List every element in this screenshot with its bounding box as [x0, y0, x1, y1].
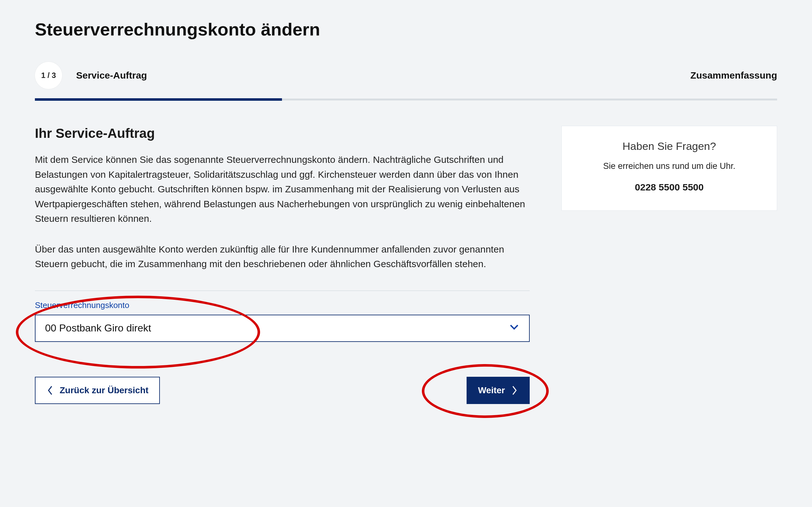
help-box: Haben Sie Fragen? Sie erreichen uns rund…: [561, 126, 777, 211]
chevron-left-icon: [46, 385, 54, 396]
help-title: Haben Sie Fragen?: [574, 140, 764, 153]
wizard-final-label: Zusammenfassung: [691, 70, 777, 81]
page-title: Steuerverrechnungskonto ändern: [35, 19, 777, 40]
description-paragraph: Über das unten ausgewählte Konto werden …: [35, 242, 530, 272]
back-button-label: Zurück zur Übersicht: [60, 385, 148, 395]
back-button[interactable]: Zurück zur Übersicht: [35, 377, 160, 404]
form-card: Steuerverrechnungskonto ändern 1 / 3 Ser…: [13, 9, 799, 498]
next-button-label: Weiter: [478, 385, 505, 395]
section-title: Ihr Service-Auftrag: [35, 126, 530, 141]
wizard-current: 1 / 3 Service-Auftrag: [35, 62, 147, 89]
chevron-right-icon: [511, 385, 518, 396]
progress-track: [35, 99, 777, 101]
wizard-step-label: Service-Auftrag: [76, 70, 147, 81]
progress-fill: [35, 98, 282, 101]
wizard-steps: 1 / 3 Service-Auftrag Zusammenfassung: [35, 62, 777, 89]
next-button[interactable]: Weiter: [467, 377, 530, 404]
account-select-label: Steuerverrechnungskonto: [35, 300, 530, 310]
description: Mit dem Service können Sie das sogenannt…: [35, 153, 530, 272]
chevron-down-icon: [509, 322, 519, 335]
account-select[interactable]: 00 Postbank Giro direkt: [35, 315, 530, 342]
help-text: Sie erreichen uns rund um die Uhr.: [574, 161, 764, 171]
help-phone: 0228 5500 5500: [574, 182, 764, 193]
description-paragraph: Mit dem Service können Sie das sogenannt…: [35, 153, 530, 226]
account-select-value: 00 Postbank Giro direkt: [45, 322, 151, 334]
step-counter-badge: 1 / 3: [35, 62, 62, 89]
